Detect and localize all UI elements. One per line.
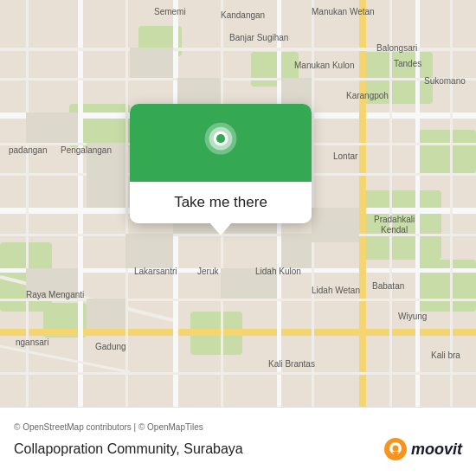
map-label: Pradahkali	[374, 215, 415, 224]
map-label: Lidah Wetan	[312, 286, 360, 295]
attribution-text: © OpenStreetMap contributors | © OpenMap…	[14, 422, 462, 432]
map-label: Pengalangan	[61, 145, 112, 155]
map-label: Manukan Kulon	[294, 61, 355, 70]
moovit-logo: moovit	[383, 437, 462, 461]
location-pin-icon	[198, 121, 243, 166]
map-label: Lontar	[333, 151, 357, 161]
svg-point-58	[392, 446, 398, 452]
map-label: Lakarsantri	[134, 267, 177, 276]
map-label: Gadung	[95, 342, 126, 351]
popup-card: Take me there	[130, 104, 312, 223]
map-label: Lidah Kulon	[255, 267, 301, 276]
map-label: Manukan Wetan	[312, 7, 375, 16]
map-label: Tandes	[394, 59, 421, 68]
bottom-bar: © OpenStreetMap contributors | © OpenMap…	[0, 407, 476, 476]
map-label: Sukomano	[424, 76, 466, 86]
map-label: Balongsari	[376, 43, 417, 53]
moovit-brand-text: moovit	[411, 441, 462, 459]
map-label: padangan	[9, 145, 48, 155]
map-label: Kandangan	[221, 10, 265, 20]
map-label: Kendal	[381, 225, 408, 235]
map-label: Karangpoh	[346, 91, 389, 100]
map-label: Raya Menganti	[26, 290, 84, 299]
map-label: Sememi	[154, 7, 186, 16]
map-label: Kali Brantas	[268, 359, 315, 369]
map-label: Banjar Sugihan	[229, 33, 288, 42]
popup-tail	[209, 222, 232, 235]
map-label: Kali bra	[431, 351, 460, 360]
moovit-icon	[383, 437, 408, 461]
map-label: ngansari	[16, 338, 48, 347]
map-label: Babatan	[372, 281, 404, 291]
map-container: SememiKandanganManukan WetanBanjar Sugih…	[0, 0, 476, 407]
place-name: Collapopration Community, Surabaya	[14, 441, 243, 457]
svg-point-55	[216, 134, 225, 143]
popup-icon-area	[130, 104, 312, 182]
map-label: Wiyung	[398, 312, 427, 321]
map-label: Jeruk	[197, 267, 218, 276]
take-me-there-button[interactable]: Take me there	[130, 182, 312, 223]
